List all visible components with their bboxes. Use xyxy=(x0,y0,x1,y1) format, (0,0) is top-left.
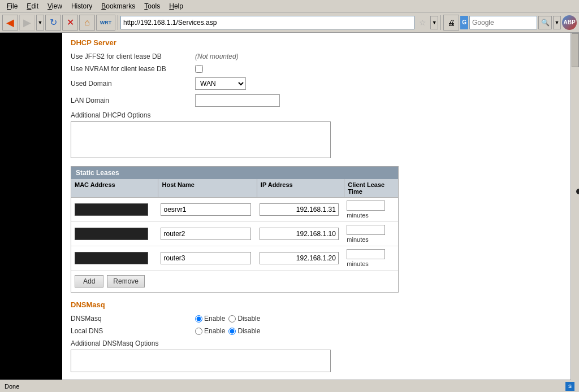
nvram-row: Use NVRAM for client lease DB xyxy=(71,65,562,73)
reload-button[interactable]: ↻ xyxy=(45,15,61,31)
toolbar-separator xyxy=(118,15,118,30)
nvram-checkbox[interactable] xyxy=(195,65,203,73)
additional-dhcpd-textarea[interactable] xyxy=(71,121,331,158)
lan-domain-row: LAN Domain xyxy=(71,94,562,107)
menu-file[interactable]: File xyxy=(2,1,22,11)
ip-input-2[interactable] xyxy=(260,228,339,240)
col-ip: IP Address xyxy=(257,179,344,197)
right-panel xyxy=(571,33,579,380)
bookmark-star-icon[interactable]: ☆ xyxy=(417,16,428,29)
address-input[interactable] xyxy=(120,16,414,29)
lease-input-1[interactable] xyxy=(347,201,385,211)
menubar: File Edit View History Bookmarks Tools H… xyxy=(0,0,579,12)
additional-dns-label: Additional DNSMasq Options xyxy=(71,339,195,347)
scrollbar-thumb[interactable] xyxy=(572,33,579,67)
host-input-3[interactable] xyxy=(161,252,251,264)
search-input[interactable] xyxy=(469,16,537,29)
table-row: minutes xyxy=(71,246,398,271)
ip-input-1[interactable] xyxy=(260,203,339,216)
host-cell-2 xyxy=(158,227,257,241)
mac-input-1[interactable] xyxy=(75,203,148,216)
local-dns-enable-label: Enable xyxy=(195,327,225,335)
local-dns-radio-group: Enable Disable xyxy=(195,327,260,335)
button-row: Add Remove xyxy=(71,275,398,288)
mac-cell-3 xyxy=(71,251,158,265)
host-input-2[interactable] xyxy=(161,228,251,240)
table-row: minutes xyxy=(71,222,398,246)
additional-dhcpd-label: Additional DHCPd Options xyxy=(71,111,195,119)
scroll-indicator xyxy=(576,189,579,194)
dnsmasq-enable-radio[interactable] xyxy=(195,315,202,323)
adblock-button[interactable]: ABP xyxy=(562,15,577,30)
menu-help[interactable]: Help xyxy=(165,1,188,11)
col-lease: Client Lease Time xyxy=(344,179,398,197)
add-button[interactable]: Add xyxy=(75,275,103,288)
mac-input-2[interactable] xyxy=(75,228,148,240)
nvram-label: Use NVRAM for client lease DB xyxy=(71,65,195,73)
host-cell-1 xyxy=(158,202,257,217)
lan-domain-input[interactable] xyxy=(195,94,280,107)
forward-button[interactable]: ▶ xyxy=(19,15,35,31)
additional-dns-row: Additional DNSMasq Options xyxy=(71,339,562,372)
menu-view[interactable]: View xyxy=(43,1,67,11)
content-area: DHCP Server Use JFFS2 for client lease D… xyxy=(62,33,571,380)
additional-dhcpd-row: Additional DHCPd Options xyxy=(71,111,562,158)
back-button[interactable]: ◀ xyxy=(2,15,18,31)
status-text: Done xyxy=(5,383,19,390)
local-dns-label: Local DNS xyxy=(71,327,195,335)
mac-cell-1 xyxy=(71,202,158,217)
stop-button[interactable]: ✕ xyxy=(62,15,78,31)
ssl-indicator: S xyxy=(565,382,574,391)
address-dropdown-button[interactable]: ▼ xyxy=(430,16,438,29)
home-button[interactable]: ⌂ xyxy=(79,15,95,31)
col-mac: MAC Address xyxy=(71,179,158,197)
mac-input-3[interactable] xyxy=(75,252,148,264)
dropdown-history-button[interactable]: ▼ xyxy=(36,15,44,31)
dnsmasq-disable-radio[interactable] xyxy=(228,315,236,323)
local-dns-disable-label: Disable xyxy=(228,327,260,335)
address-bar: ☆ ▼ xyxy=(120,16,438,29)
menu-edit[interactable]: Edit xyxy=(22,1,43,11)
toolbar-separator-2 xyxy=(440,15,441,30)
remove-button[interactable]: Remove xyxy=(107,275,145,288)
host-cell-3 xyxy=(158,251,257,265)
wrt-button[interactable]: WRT xyxy=(96,15,115,31)
ip-cell-1 xyxy=(257,202,344,217)
menu-tools[interactable]: Tools xyxy=(140,1,165,11)
menu-history[interactable]: History xyxy=(67,1,97,11)
dnsmasq-row: DNSMasq Enable Disable xyxy=(71,315,562,323)
dnsmasq-radio-group: Enable Disable xyxy=(195,315,260,323)
local-dns-enable-radio[interactable] xyxy=(195,328,202,335)
table-header: MAC Address Host Name IP Address Client … xyxy=(71,179,398,198)
ip-cell-3 xyxy=(257,251,344,265)
ip-input-3[interactable] xyxy=(260,252,339,264)
ssl-icon: S xyxy=(565,382,574,391)
lease-cell-2: minutes xyxy=(344,224,398,244)
menu-bookmarks[interactable]: Bookmarks xyxy=(97,1,140,11)
host-input-1[interactable] xyxy=(161,203,251,216)
minutes-label-1: minutes xyxy=(347,212,396,219)
static-leases-header: Static Leases xyxy=(71,167,398,179)
dnsmasq-section-title: DNSMasq xyxy=(71,300,562,309)
used-domain-label: Used Domain xyxy=(71,80,195,88)
additional-dns-textarea[interactable] xyxy=(71,350,331,372)
scrollbar-track xyxy=(571,33,579,380)
lease-input-3[interactable] xyxy=(347,249,385,259)
table-row: minutes xyxy=(71,198,398,222)
print-button[interactable]: 🖨 xyxy=(443,15,459,31)
dnsmasq-disable-label: Disable xyxy=(228,315,260,323)
ip-cell-2 xyxy=(257,227,344,241)
left-panel xyxy=(0,33,62,380)
main-layout: DHCP Server Use JFFS2 for client lease D… xyxy=(0,33,579,380)
dnsmasq-label: DNSMasq xyxy=(71,315,195,323)
lease-input-2[interactable] xyxy=(347,225,385,235)
mac-cell-2 xyxy=(71,227,158,241)
search-dropdown-button[interactable]: ▼ xyxy=(553,16,561,29)
lan-domain-label: LAN Domain xyxy=(71,97,195,104)
search-go-button[interactable]: 🔍 xyxy=(538,16,552,29)
lease-cell-3: minutes xyxy=(344,248,398,268)
used-domain-select[interactable]: WAN xyxy=(195,77,246,90)
local-dns-disable-radio[interactable] xyxy=(228,328,236,335)
dnsmasq-enable-label: Enable xyxy=(195,315,225,323)
jffs2-label: Use JFFS2 for client lease DB xyxy=(71,53,195,60)
